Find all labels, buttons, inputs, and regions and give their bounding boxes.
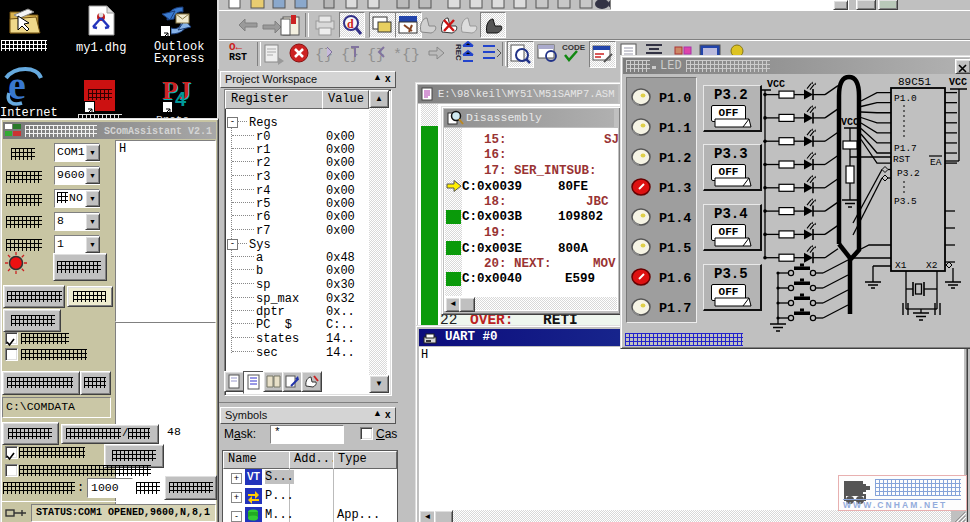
svg-text:P1.1: P1.1 [659,121,691,136]
svg-text:VCC: VCC [949,77,967,88]
svg-text:d: d [347,17,354,31]
svg-text:*{}: *{} [393,47,420,64]
svg-text:P1.0: P1.0 [894,93,917,104]
svg-text:P1.5: P1.5 [659,241,691,256]
svg-text:89C51: 89C51 [898,76,931,88]
svg-text:X1: X1 [895,260,907,271]
svg-text:P1.0: P1.0 [659,91,691,106]
svg-text:{}: {} [341,47,359,64]
svg-text:VCC: VCC [767,79,785,90]
svg-text:P1.4: P1.4 [659,211,691,226]
svg-text:{}: {} [315,47,333,64]
svg-text:VCC: VCC [841,117,859,128]
svg-text:P1.3: P1.3 [659,181,691,196]
svg-text:P1.6: P1.6 [659,271,691,286]
svg-text:RST: RST [893,154,910,165]
svg-text:P1.2: P1.2 [659,151,691,166]
svg-text:P1.7: P1.7 [894,143,917,154]
svg-text:P1.7: P1.7 [659,301,691,316]
svg-text:P3.5: P3.5 [894,196,917,207]
svg-text:EA: EA [930,157,942,168]
svg-text:REC: REC [454,44,463,61]
svg-text:CODE: CODE [562,43,586,52]
svg-text:X2: X2 [926,260,938,271]
svg-text:P3.2: P3.2 [897,168,920,179]
